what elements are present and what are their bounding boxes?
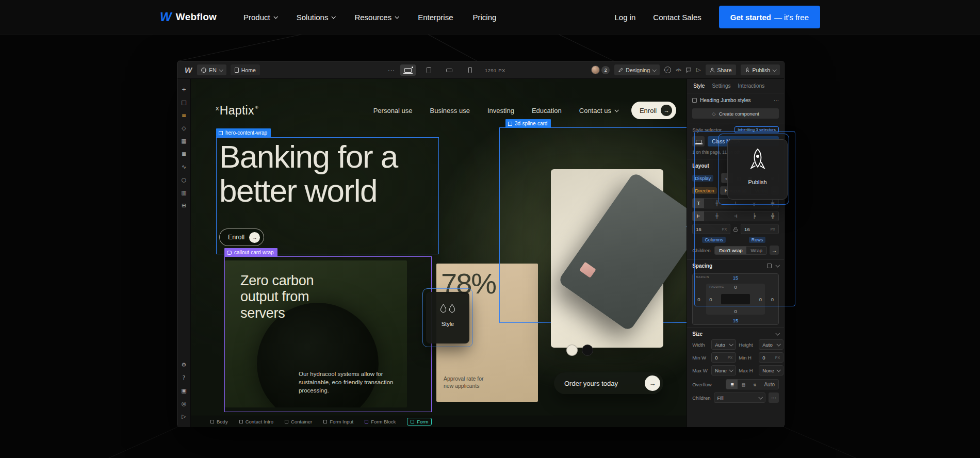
align-center-icon[interactable]: ┼ [711, 199, 723, 208]
breakpoint-phone-landscape-button[interactable] [442, 64, 457, 76]
hero-enroll-button[interactable]: Enroll → [219, 228, 264, 246]
wrap-option[interactable]: Wrap [746, 247, 766, 254]
more-breakpoints-icon[interactable]: ··· [388, 67, 395, 73]
spacing-mode-icon[interactable] [767, 264, 772, 268]
publish-button[interactable]: Publish [741, 64, 780, 75]
search-icon[interactable]: ◎ [178, 397, 189, 410]
dont-wrap-option[interactable]: Don't wrap [715, 247, 746, 254]
style-floating-card[interactable]: Style [426, 292, 469, 343]
collaborator-count-badge[interactable]: 2 [601, 66, 610, 74]
login-link[interactable]: Log in [614, 13, 635, 22]
nav-item-enterprise[interactable]: Enterprise [418, 13, 453, 22]
margin-left-value[interactable]: 0 [697, 297, 700, 302]
columns-label[interactable]: Columns [702, 237, 726, 243]
get-started-button[interactable]: Get started — it's free [719, 6, 820, 28]
min-width-input[interactable]: 0PX [711, 352, 736, 363]
justify-between-icon[interactable]: ╞ [748, 211, 760, 221]
nav-item-solutions[interactable]: Solutions [297, 13, 335, 22]
wrap-reverse-button[interactable]: → [770, 246, 779, 255]
settings-gear-icon[interactable]: ⚙ [178, 358, 189, 371]
mode-dropdown[interactable]: Designing [614, 64, 660, 75]
create-component-button[interactable]: ◇ Create component [692, 108, 779, 119]
breadcrumb-container[interactable]: Container [285, 419, 312, 424]
align-end-icon[interactable]: ⊥ [730, 199, 741, 208]
children-fill-select[interactable]: Fill [714, 392, 765, 403]
nav-item-product[interactable]: Product [243, 13, 277, 22]
unlock-icon[interactable] [733, 226, 738, 232]
max-height-select[interactable]: None [759, 365, 783, 375]
webflow-logo[interactable]: W Webflow [160, 11, 217, 23]
assets-icon[interactable]: ▥ [178, 186, 189, 199]
video-tutorials-icon[interactable]: ▷ [178, 410, 189, 423]
preview-play-icon[interactable]: ▷ [696, 67, 700, 73]
haptix-nav-enroll-button[interactable]: Enroll → [631, 102, 676, 119]
interactions-icon[interactable]: ∿ [178, 160, 189, 173]
chevron-down-icon[interactable] [775, 263, 779, 267]
locale-selector[interactable]: EN [197, 64, 226, 75]
inheriting-selectors-chip[interactable]: Inheriting 3 selectors [734, 126, 779, 133]
breadcrumb-form[interactable]: Form [407, 418, 432, 426]
size-section-header[interactable]: Size [692, 331, 703, 337]
tab-settings[interactable]: Settings [712, 83, 730, 89]
help-icon[interactable]: ? [178, 371, 189, 384]
align-baseline-icon[interactable]: ╪ [767, 199, 778, 208]
element-label-callout-card-wrap[interactable]: callout-card-wrap [224, 248, 277, 257]
tab-style[interactable]: Style [693, 83, 705, 89]
audit-panel-icon[interactable]: ▣ [178, 384, 189, 397]
children-more-button[interactable]: ··· [769, 392, 779, 403]
align-stretch-icon[interactable]: ╥ [748, 199, 760, 208]
page-selector[interactable]: Home [231, 64, 260, 75]
height-select[interactable]: Auto [759, 339, 783, 350]
haptix-nav-business-use[interactable]: Business use [430, 107, 470, 114]
breadcrumb-form-input[interactable]: Form Input [323, 419, 353, 424]
users-icon[interactable]: ○ [178, 173, 189, 186]
comments-icon[interactable] [685, 67, 692, 73]
breadcrumb-body[interactable]: Body [210, 419, 228, 424]
layout-section-header[interactable]: Layout [692, 163, 709, 169]
min-height-input[interactable]: 0PX [759, 352, 783, 363]
padding-bottom-value[interactable]: 0 [734, 308, 737, 314]
column-gap-input[interactable]: 16PX [692, 224, 730, 234]
designer-webflow-menu[interactable]: W [185, 66, 192, 74]
row-gap-input[interactable]: 16PX [741, 224, 779, 234]
components-icon[interactable]: ◇ [178, 122, 189, 135]
max-width-select[interactable]: None [711, 365, 736, 375]
order-yours-today-button[interactable]: Order yours today → [554, 372, 663, 394]
navigator-icon[interactable]: ≡ [178, 109, 189, 122]
tab-interactions[interactable]: Interactions [738, 83, 765, 89]
justify-start-icon[interactable]: ⊢ [693, 211, 704, 221]
element-label-3d-spline-card[interactable]: 3d-spline-card [505, 119, 551, 128]
chevron-down-icon[interactable] [775, 331, 779, 335]
publish-floating-card[interactable]: Publish [727, 139, 788, 200]
margin-bottom-value[interactable]: 15 [733, 318, 739, 323]
padding-right-value[interactable]: 0 [759, 297, 762, 302]
margin-right-value[interactable]: 0 [771, 297, 774, 302]
pages-icon[interactable]: □ [178, 96, 189, 109]
haptix-nav-personal-use[interactable]: Personal use [373, 107, 413, 114]
margin-top-value[interactable]: 15 [733, 275, 739, 281]
spacing-section-header[interactable]: Spacing [692, 263, 712, 269]
share-button[interactable]: Share [706, 64, 736, 75]
justify-end-icon[interactable]: ⊣ [730, 211, 741, 221]
breadcrumb-form-block[interactable]: Form Block [365, 419, 396, 424]
overflow-hidden-icon[interactable]: ▤ [738, 380, 749, 389]
width-select[interactable]: Auto [711, 339, 736, 350]
haptix-logo[interactable]: x Haptix ® [216, 104, 258, 118]
add-elements-icon[interactable]: + [178, 83, 189, 96]
display-property-label[interactable]: Display [692, 175, 713, 182]
padding-top-value[interactable]: 0 [734, 284, 737, 290]
element-label-hero-content-wrap[interactable]: hero-content-wrap [216, 128, 271, 137]
audit-check-icon[interactable]: ✓ [664, 67, 671, 73]
overflow-auto-option[interactable]: Auto [760, 380, 778, 389]
more-options-icon[interactable]: ··· [774, 97, 779, 103]
direction-property-label[interactable]: Direction [692, 187, 717, 194]
justify-around-icon[interactable]: ╬ [767, 211, 778, 221]
breakpoint-tablet-button[interactable] [421, 64, 436, 76]
breakpoint-phone-button[interactable] [462, 64, 478, 76]
collaborator-avatar[interactable] [591, 66, 600, 74]
align-start-icon[interactable]: ⊤ [693, 199, 704, 208]
breakpoint-indicator-button[interactable] [692, 136, 705, 146]
padding-left-value[interactable]: 0 [709, 297, 712, 302]
overflow-scroll-icon[interactable]: ⇅ [749, 380, 760, 389]
breadcrumb-contact-intro[interactable]: Contact Intro [239, 419, 273, 424]
